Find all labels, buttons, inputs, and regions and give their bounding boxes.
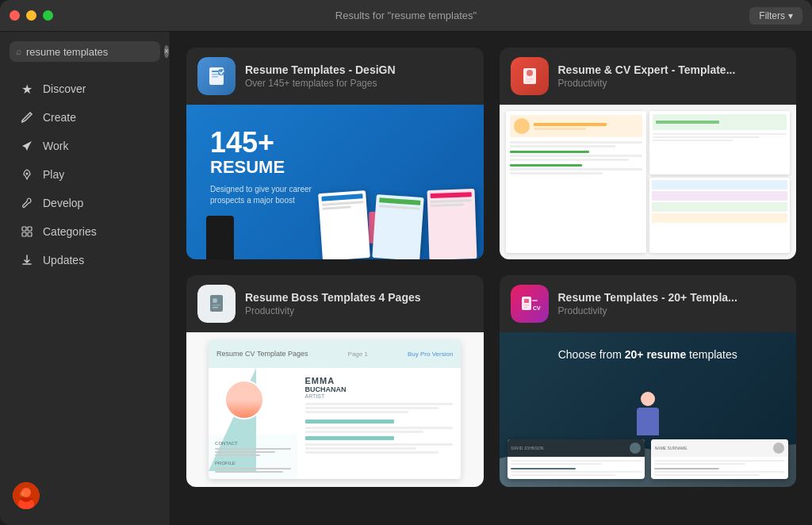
app-card-1[interactable]: Resume Templates - DesiGN Over 145+ temp… — [186, 48, 484, 259]
svg-rect-12 — [212, 76, 218, 78]
search-input[interactable] — [26, 46, 159, 58]
cv-page-3 — [649, 178, 790, 254]
app-window: Results for "resume templates" Filters ▾… — [0, 0, 812, 525]
svg-rect-22 — [213, 307, 218, 308]
cv-grid — [500, 105, 797, 259]
sidebar-item-label: Categories — [43, 225, 97, 238]
sidebar-item-label: Discover — [43, 82, 86, 95]
sidebar: ⌕ × ★ Discover Create — [0, 32, 170, 525]
results-grid: Resume Templates - DesiGN Over 145+ temp… — [186, 48, 796, 487]
app-card-4[interactable]: CV Resume Templates - 20+ Templa... Prod… — [500, 275, 797, 487]
app-meta-3: Resume Boss Templates 4 Pages Productivi… — [245, 291, 473, 316]
app-subtitle-2: Productivity — [558, 78, 786, 89]
app-thumbnail-1: 145+ RESUME Designed to give your career… — [186, 105, 484, 259]
cv-page-2 — [649, 111, 790, 174]
figure-decoration — [206, 216, 234, 259]
grid-icon — [19, 224, 35, 240]
avatar-image — [13, 482, 40, 509]
titlebar: Results for "resume templates" Filters ▾ — [0, 0, 812, 32]
cv-page-main — [506, 111, 646, 253]
app-icon-1 — [197, 57, 236, 95]
app-thumbnail-4: Choose from 20+ resume templates — [500, 332, 797, 487]
resume-header: Resume CV Template Pages Page 1 Buy Pro … — [209, 340, 461, 368]
svg-rect-4 — [28, 232, 32, 236]
app-card-2[interactable]: Resume & CV Expert - Template... Product… — [500, 48, 797, 259]
maximize-button[interactable] — [43, 10, 53, 21]
rocket-icon — [19, 167, 35, 182]
search-bar[interactable]: ⌕ × — [10, 41, 160, 62]
svg-point-0 — [26, 173, 29, 175]
app-icon-3 — [197, 285, 236, 323]
close-button[interactable] — [10, 10, 20, 21]
svg-rect-16 — [526, 79, 534, 80]
svg-point-20 — [213, 299, 217, 303]
sidebar-item-updates[interactable]: Updates — [6, 247, 163, 274]
clear-search-button[interactable]: × — [164, 45, 169, 58]
sidebar-item-discover[interactable]: ★ Discover — [6, 75, 163, 102]
download-icon — [19, 252, 35, 268]
minimize-button[interactable] — [26, 10, 36, 21]
app-meta-4: Resume Templates - 20+ Templa... Product… — [558, 291, 786, 316]
app-header-3: Resume Boss Templates 4 Pages Productivi… — [186, 275, 484, 332]
svg-rect-24 — [524, 299, 529, 303]
app-subtitle-4: Productivity — [558, 305, 786, 316]
app-subtitle-3: Productivity — [245, 305, 473, 316]
app-meta-1: Resume Templates - DesiGN Over 145+ temp… — [245, 63, 473, 89]
svg-rect-2 — [28, 227, 32, 231]
app-name-1: Resume Templates - DesiGN — [245, 63, 473, 76]
app-icon-4: CV — [511, 285, 549, 323]
avatar[interactable] — [13, 482, 40, 509]
sidebar-item-develop[interactable]: Develop — [6, 190, 163, 217]
sidebar-item-work[interactable]: Work — [6, 132, 163, 159]
resume-page: Resume CV Template Pages Page 1 Buy Pro … — [209, 340, 461, 480]
resume-content: EMMA BUCHANAN ARTIST — [297, 368, 462, 480]
app-header-4: CV Resume Templates - 20+ Templa... Prod… — [500, 275, 797, 332]
chevron-down-icon: ▾ — [788, 10, 793, 21]
app-meta-2: Resume & CV Expert - Template... Product… — [558, 63, 786, 89]
sidebar-item-label: Play — [43, 168, 64, 181]
filters-label: Filters — [759, 10, 785, 21]
main-area: Resume Templates - DesiGN Over 145+ temp… — [170, 32, 812, 525]
sidebar-item-label: Work — [43, 140, 68, 152]
pencil-icon — [19, 109, 35, 125]
app-header-2: Resume & CV Expert - Template... Product… — [500, 48, 797, 105]
svg-rect-1 — [22, 227, 26, 231]
svg-point-8 — [20, 492, 25, 496]
filters-button[interactable]: Filters ▾ — [749, 7, 802, 25]
wrench-icon — [19, 195, 35, 211]
sidebar-item-create[interactable]: Create — [6, 104, 163, 131]
svg-rect-25 — [524, 305, 529, 306]
app-header-1: Resume Templates - DesiGN Over 145+ temp… — [186, 48, 484, 105]
plane-icon — [19, 138, 35, 154]
traffic-lights — [10, 10, 53, 21]
svg-rect-27 — [532, 300, 538, 301]
thumbnail-text-1: 145+ RESUME Designed to give your career… — [210, 128, 321, 206]
svg-rect-21 — [213, 305, 220, 306]
sidebar-item-label: Develop — [43, 197, 83, 209]
svg-rect-26 — [524, 307, 527, 308]
main-content: ⌕ × ★ Discover Create — [0, 32, 812, 525]
search-icon: ⌕ — [16, 46, 21, 57]
star-icon: ★ — [19, 81, 35, 97]
resume-cards-row: DAVID JOHNSON — [508, 439, 789, 479]
titlebar-title: Results for "resume templates" — [335, 10, 477, 21]
thumbnail-big-label: 145+ — [210, 128, 321, 157]
app-icon-2 — [511, 57, 549, 95]
thumbnail-text-4: Choose from 20+ resume templates — [500, 348, 797, 361]
app-name-3: Resume Boss Templates 4 Pages — [245, 291, 473, 304]
svg-text:CV: CV — [533, 305, 541, 311]
sidebar-item-play[interactable]: Play — [6, 161, 163, 188]
person-decoration — [637, 392, 659, 435]
app-name-2: Resume & CV Expert - Template... — [558, 63, 786, 76]
app-card-3[interactable]: Resume Boss Templates 4 Pages Productivi… — [186, 275, 484, 487]
app-thumbnail-2 — [500, 105, 797, 259]
svg-point-15 — [527, 70, 533, 76]
svg-rect-18 — [210, 295, 223, 312]
svg-rect-17 — [526, 81, 531, 82]
sidebar-item-label: Create — [43, 111, 76, 124]
app-name-4: Resume Templates - 20+ Templa... — [558, 291, 786, 304]
sidebar-item-categories[interactable]: Categories — [6, 218, 163, 245]
svg-rect-3 — [22, 232, 26, 236]
sidebar-item-label: Updates — [43, 254, 84, 266]
app-thumbnail-3: Resume CV Template Pages Page 1 Buy Pro … — [186, 332, 484, 487]
